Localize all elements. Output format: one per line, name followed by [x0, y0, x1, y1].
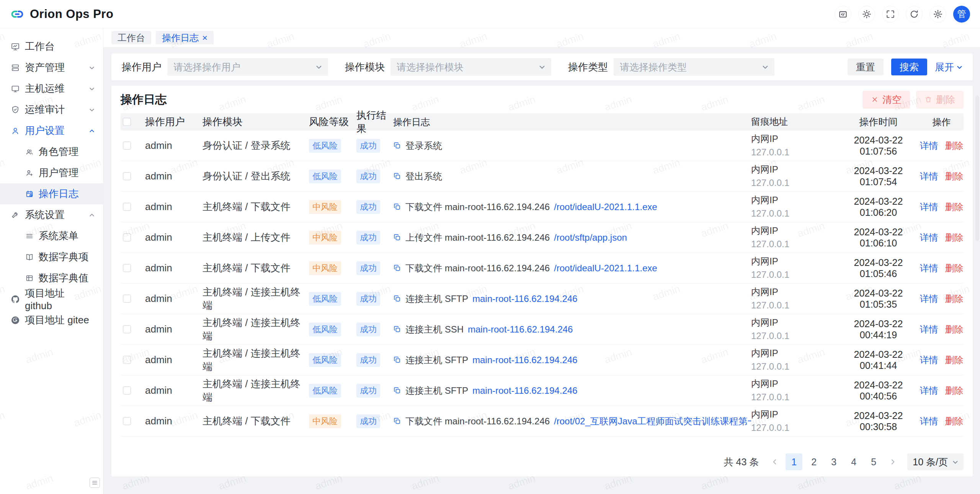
page-button-3[interactable]: 3 — [825, 453, 842, 470]
log-link[interactable]: main-root-116.62.194.246 — [472, 385, 577, 396]
copy-icon[interactable] — [393, 264, 401, 272]
select-all-checkbox[interactable] — [123, 118, 131, 126]
sidebar-item-system-settings[interactable]: 系统设置 — [0, 204, 103, 225]
row-checkbox[interactable] — [123, 264, 131, 272]
detail-link[interactable]: 详情 — [920, 354, 938, 366]
row-checkbox[interactable] — [123, 417, 131, 425]
delete-link[interactable]: 删除 — [945, 415, 964, 427]
log-link[interactable]: /root/sftp/app.json — [554, 232, 627, 243]
sidebar-item-dict-values[interactable]: 数据字典值 — [0, 267, 103, 289]
pagination-total: 共 43 条 — [724, 456, 759, 468]
copy-icon[interactable] — [393, 417, 401, 425]
row-checkbox[interactable] — [123, 233, 131, 241]
delete-link[interactable]: 删除 — [945, 140, 964, 152]
delete-link[interactable]: 删除 — [945, 293, 964, 305]
row-checkbox[interactable] — [123, 172, 131, 180]
detail-link[interactable]: 详情 — [920, 232, 938, 244]
sidebar-item-label: 项目地址 github — [25, 287, 95, 312]
delete-link[interactable]: 删除 — [945, 323, 964, 336]
page-button-1[interactable]: 1 — [786, 453, 802, 470]
copy-icon[interactable] — [393, 386, 401, 395]
log-link[interactable]: /root/02_互联网Java工程师面试突击训练课程第一季的内容说明.zip — [554, 415, 751, 427]
row-checkbox[interactable] — [123, 142, 131, 150]
sidebar-item-github[interactable]: 项目地址 github — [0, 289, 103, 310]
copy-icon[interactable] — [393, 203, 401, 211]
sidebar-collapse-button[interactable] — [90, 478, 100, 488]
log-link[interactable]: main-root-116.62.194.246 — [468, 324, 573, 335]
sidebar-item-workbench[interactable]: 工作台 — [0, 36, 103, 57]
delete-link[interactable]: 删除 — [945, 201, 964, 213]
api-docs-button[interactable] — [835, 6, 851, 23]
detail-link[interactable]: 详情 — [920, 201, 938, 213]
copy-icon[interactable] — [393, 295, 401, 303]
tab-label: 工作台 — [118, 32, 145, 44]
user-avatar[interactable]: 管 — [953, 6, 970, 23]
tab-bar: 工作台 操作日志 × — [103, 28, 980, 47]
page-size-select[interactable]: 10 条/页 — [907, 453, 964, 470]
detail-link[interactable]: 详情 — [920, 293, 938, 305]
clear-button[interactable]: 清空 — [862, 91, 910, 109]
row-checkbox[interactable] — [123, 356, 131, 364]
chevron-down-icon — [316, 64, 322, 70]
detail-link[interactable]: 详情 — [920, 323, 938, 336]
tab-workbench[interactable]: 工作台 — [111, 31, 151, 44]
detail-link[interactable]: 详情 — [920, 262, 938, 274]
row-checkbox[interactable] — [123, 386, 131, 395]
page-button-2[interactable]: 2 — [805, 453, 822, 470]
log-link[interactable]: main-root-116.62.194.246 — [472, 293, 577, 304]
sidebar-item-gitee[interactable]: 项目地址 gitee — [0, 310, 103, 331]
log-link[interactable]: /root/idealU-2021.1.1.exe — [554, 263, 657, 274]
sidebar-item-system-menu[interactable]: 系统菜单 — [0, 225, 103, 246]
detail-link[interactable]: 详情 — [920, 140, 938, 152]
sidebar-item-role-management[interactable]: 角色管理 — [0, 141, 103, 162]
expand-toggle[interactable]: 展开 — [935, 61, 962, 73]
detail-link[interactable]: 详情 — [920, 170, 938, 183]
detail-link[interactable]: 详情 — [920, 415, 938, 427]
fullscreen-button[interactable] — [882, 6, 899, 23]
sidebar-item-operation-log[interactable]: 操作日志 — [0, 183, 103, 204]
delete-link[interactable]: 删除 — [945, 354, 964, 366]
reset-button[interactable]: 重置 — [848, 59, 884, 75]
copy-icon[interactable] — [393, 325, 401, 333]
page-button-5[interactable]: 5 — [865, 453, 882, 470]
theme-toggle-button[interactable] — [858, 6, 875, 23]
filter-type-select[interactable]: 请选择操作类型 — [614, 58, 774, 76]
tab-operation-log[interactable]: 操作日志 × — [156, 31, 214, 44]
sidebar-item-audit[interactable]: 运维审计 — [0, 99, 103, 120]
address-ip: 127.0.0.1 — [751, 146, 837, 159]
filter-user-select[interactable]: 请选择操作用户 — [167, 58, 328, 76]
tab-close-icon[interactable]: × — [202, 33, 207, 42]
sidebar-item-user-settings[interactable]: 用户设置 — [0, 120, 103, 141]
log-link[interactable]: /root/idealU-2021.1.1.exe — [554, 202, 657, 212]
row-checkbox[interactable] — [123, 325, 131, 333]
page-button-4[interactable]: 4 — [845, 453, 862, 470]
copy-icon[interactable] — [393, 356, 401, 364]
delete-button[interactable]: 删除 — [916, 91, 964, 109]
delete-link[interactable]: 删除 — [945, 262, 964, 274]
delete-link[interactable]: 删除 — [945, 170, 964, 183]
cell-address: 内网IP 127.0.0.1 — [751, 194, 837, 220]
result-badge: 成功 — [356, 292, 380, 306]
filter-module-select[interactable]: 请选择操作模块 — [390, 58, 551, 76]
cell-address: 内网IP 127.0.0.1 — [751, 316, 837, 343]
row-checkbox[interactable] — [123, 295, 131, 303]
copy-icon[interactable] — [393, 142, 401, 150]
user-icon — [11, 126, 20, 135]
refresh-button[interactable] — [906, 6, 923, 23]
prev-page-button[interactable] — [767, 453, 782, 470]
sidebar-item-dict-keys[interactable]: 数据字典项 — [0, 246, 103, 267]
row-checkbox[interactable] — [123, 203, 131, 211]
settings-button[interactable] — [929, 6, 946, 23]
log-link[interactable]: main-root-116.62.194.246 — [472, 355, 577, 365]
delete-link[interactable]: 删除 — [945, 385, 964, 397]
search-button[interactable]: 搜索 — [891, 59, 927, 75]
sidebar-item-assets[interactable]: 资产管理 — [0, 57, 103, 78]
copy-icon[interactable] — [393, 172, 401, 180]
delete-link[interactable]: 删除 — [945, 232, 964, 244]
sidebar-item-host-ops[interactable]: 主机运维 — [0, 78, 103, 99]
next-page-button[interactable] — [885, 453, 900, 470]
copy-icon[interactable] — [393, 233, 401, 241]
scrollbar[interactable] — [975, 96, 979, 241]
detail-link[interactable]: 详情 — [920, 385, 938, 397]
sidebar-item-user-management[interactable]: 用户管理 — [0, 162, 103, 183]
